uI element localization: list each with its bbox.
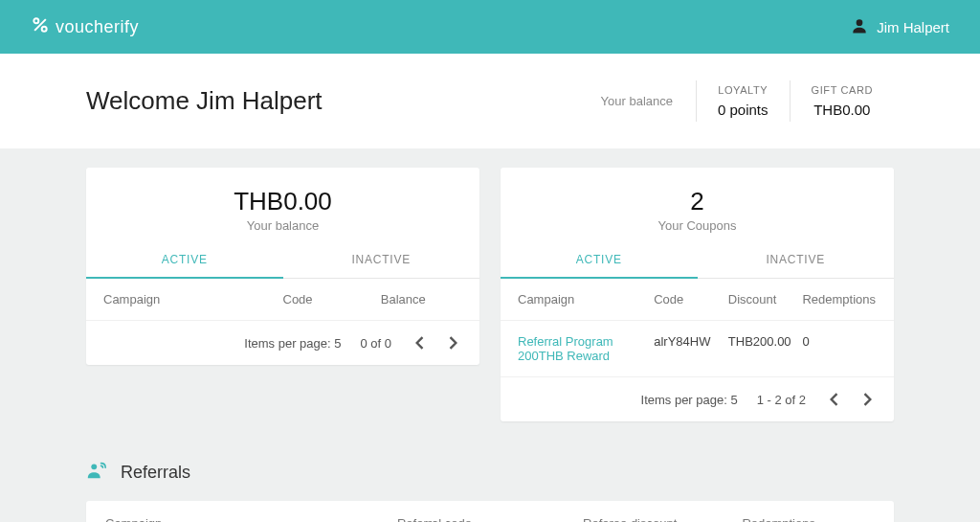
percent-icon xyxy=(31,15,50,39)
svg-point-1 xyxy=(42,26,47,31)
balance-value: THB0.00 xyxy=(86,187,479,216)
cell-discount: THB200.00 xyxy=(728,334,803,363)
referrals-section: Referrals Campaign Referral code Referee… xyxy=(86,460,894,522)
loyalty-label: LOYALTY xyxy=(718,84,768,96)
col-balance: Balance xyxy=(381,292,462,306)
user-menu[interactable]: Jim Halpert xyxy=(850,16,949,38)
top-stats: Your balance LOYALTY 0 points GIFT CARD … xyxy=(601,80,894,122)
col-code: Code xyxy=(283,292,381,306)
coupons-value: 2 xyxy=(501,187,894,216)
items-per-page[interactable]: Items per page: 5 xyxy=(641,393,738,407)
brand-logo[interactable]: voucherify xyxy=(31,15,139,39)
coupons-pager: Items per page: 5 1 - 2 of 2 xyxy=(501,376,894,421)
page-title: Welcome Jim Halpert xyxy=(86,86,323,116)
col-code: Code xyxy=(654,292,728,306)
balance-subtitle: Your balance xyxy=(86,218,479,233)
giftcard-value: THB0.00 xyxy=(812,102,873,118)
col-referral-code: Referral code xyxy=(397,516,583,522)
hero: Welcome Jim Halpert Your balance LOYALTY… xyxy=(0,54,980,148)
page-range: 0 of 0 xyxy=(360,336,391,351)
table-row: Referral Program 200THB Reward alrY84HW … xyxy=(501,320,894,376)
tab-coupons-active[interactable]: ACTIVE xyxy=(501,242,698,279)
prev-page-button[interactable] xyxy=(411,332,428,353)
your-balance-label: Your balance xyxy=(601,94,673,108)
col-redemptions: Redemptions xyxy=(742,516,875,522)
tab-balance-active[interactable]: ACTIVE xyxy=(86,242,283,279)
svg-point-0 xyxy=(33,18,38,23)
campaign-link[interactable]: Referral Program 200THB Reward xyxy=(518,334,613,363)
giftcard-stat: GIFT CARD THB0.00 xyxy=(790,80,894,122)
next-page-button[interactable] xyxy=(445,332,462,353)
top-bar: voucherify Jim Halpert xyxy=(0,0,980,54)
svg-point-3 xyxy=(857,19,863,26)
coupons-card: 2 Your Coupons ACTIVE INACTIVE Campaign … xyxy=(501,168,894,421)
col-discount: Discount xyxy=(728,292,803,306)
col-campaign: Campaign xyxy=(518,292,654,306)
svg-line-2 xyxy=(34,19,46,31)
giftcard-label: GIFT CARD xyxy=(812,84,873,96)
coupons-subtitle: Your Coupons xyxy=(501,218,894,233)
balance-pager: Items per page: 5 0 of 0 xyxy=(86,320,479,365)
loyalty-value: 0 points xyxy=(718,102,768,118)
items-per-page[interactable]: Items per page: 5 xyxy=(244,336,341,351)
next-page-button[interactable] xyxy=(859,389,877,410)
cell-code: alrY84HW xyxy=(654,334,728,363)
page-range: 1 - 2 of 2 xyxy=(757,393,806,407)
balance-card: THB0.00 Your balance ACTIVE INACTIVE Cam… xyxy=(86,168,479,365)
tab-balance-inactive[interactable]: INACTIVE xyxy=(283,242,480,279)
user-name: Jim Halpert xyxy=(877,19,949,35)
referrals-icon xyxy=(86,460,107,486)
referrals-title: Referrals xyxy=(121,463,190,483)
brand-text: voucherify xyxy=(56,17,139,37)
loyalty-stat: LOYALTY 0 points xyxy=(696,80,790,122)
prev-page-button[interactable] xyxy=(825,389,842,410)
user-avatar-icon xyxy=(850,16,869,38)
col-redemptions: Redemptions xyxy=(802,292,877,306)
svg-point-4 xyxy=(91,464,97,469)
col-campaign: Campaign xyxy=(103,292,283,306)
cell-redemptions: 0 xyxy=(802,334,877,363)
col-campaign: Campaign xyxy=(105,516,397,522)
col-referee-discount: Referee discount xyxy=(583,516,742,522)
tab-coupons-inactive[interactable]: INACTIVE xyxy=(698,242,895,279)
